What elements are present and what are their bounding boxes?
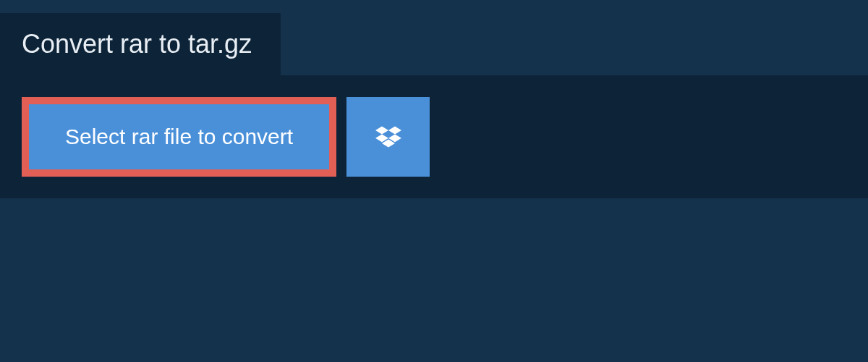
tab-header: Convert rar to tar.gz: [0, 13, 281, 75]
select-file-label: Select rar file to convert: [65, 125, 293, 149]
upload-panel: Select rar file to convert: [0, 75, 868, 198]
page-title: Convert rar to tar.gz: [22, 29, 252, 59]
dropbox-icon: [375, 124, 401, 150]
dropbox-button[interactable]: [346, 97, 430, 177]
select-file-button[interactable]: Select rar file to convert: [22, 97, 336, 177]
